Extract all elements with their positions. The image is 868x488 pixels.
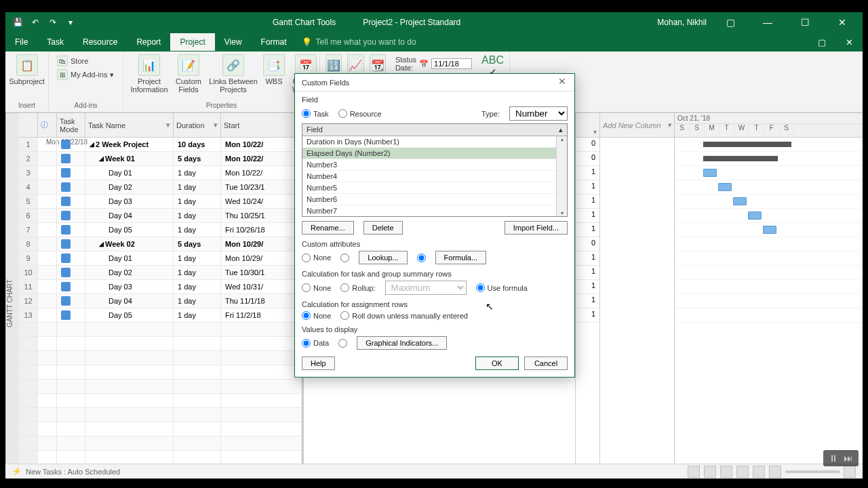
- field-list-item[interactable]: Elapsed Days (Number2): [302, 148, 567, 159]
- table-row[interactable]: 6 Day 04 1 day Thu 10/25/1: [19, 209, 302, 223]
- col-header-mode[interactable]: Task Mode: [57, 113, 85, 137]
- task-mode-icon: [61, 168, 71, 178]
- data-radio[interactable]: Data: [302, 339, 329, 348]
- field-list-item[interactable]: Number3: [302, 159, 567, 171]
- redo-icon[interactable]: ↷: [47, 17, 58, 28]
- qat-more-icon[interactable]: ▾: [65, 17, 76, 28]
- task-grid[interactable]: ⓘ Task Mode Task Name▾ Duration▾ Start 1…: [19, 113, 304, 464]
- task-radio[interactable]: Task: [302, 109, 329, 118]
- status-date-field[interactable]: Status Date: 📅: [391, 54, 476, 73]
- table-row[interactable]: 7 Day 05 1 day Fri 10/26/18: [19, 223, 302, 237]
- ribbon-options-icon[interactable]: ▢: [717, 12, 744, 33]
- ribbon-tabs: FileTaskResourceReportProjectViewFormat …: [5, 33, 863, 52]
- table-row[interactable]: 3 Day 01 1 day Mon 10/22/: [19, 166, 302, 180]
- close-window-icon[interactable]: ✕: [829, 12, 856, 33]
- assign-none-radio[interactable]: None: [302, 311, 331, 320]
- status-date-input[interactable]: [431, 58, 472, 69]
- links-between-projects-button[interactable]: 🔗Links Between Projects: [208, 54, 259, 102]
- table-row[interactable]: 4 Day 02 1 day Tue 10/23/1: [19, 180, 302, 195]
- formula-button[interactable]: Formula...: [435, 251, 487, 264]
- table-row[interactable]: 5 Day 03 1 day Wed 10/24/: [19, 195, 302, 209]
- field-list-item[interactable]: Number5: [302, 182, 567, 194]
- view-tab-gantt[interactable]: GANTT CHART: [5, 113, 19, 464]
- zoom-in-icon[interactable]: [844, 466, 856, 478]
- col-header-name[interactable]: Task Name▾: [85, 113, 174, 137]
- rename-button[interactable]: Rename...: [302, 221, 354, 235]
- attr-none-radio[interactable]: None: [302, 253, 331, 262]
- table-row[interactable]: 9 Day 01 1 day Mon 10/29/: [19, 251, 302, 266]
- my-addins-button[interactable]: ⊞My Add-ins ▾: [54, 68, 117, 81]
- col-header-duration[interactable]: Duration▾: [174, 113, 221, 137]
- import-field-button[interactable]: Import Field...: [505, 221, 568, 235]
- zoom-slider[interactable]: [785, 470, 840, 473]
- calc-none-radio[interactable]: None: [302, 283, 331, 292]
- table-row[interactable]: 12 Day 04 1 day Thu 11/1/18: [19, 294, 302, 308]
- tell-me-search[interactable]: 💡 Tell me what you want to do: [296, 37, 808, 47]
- field-list-item[interactable]: Number7: [302, 205, 567, 216]
- menu-tab-resource[interactable]: Resource: [73, 33, 127, 51]
- field-list[interactable]: Field▴ Duration in Days (Number1)Elapsed…: [302, 123, 568, 217]
- project-information-button[interactable]: 📊Project Information: [129, 54, 170, 102]
- maximize-icon[interactable]: ☐: [791, 12, 818, 33]
- type-label: Type:: [481, 110, 500, 118]
- add-new-column[interactable]: Add New Column▾: [599, 113, 674, 464]
- assign-rolldown-radio[interactable]: Roll down unless manually entered: [340, 311, 468, 320]
- lookup-button[interactable]: Lookup...: [359, 251, 407, 264]
- undo-icon[interactable]: ↶: [30, 17, 41, 28]
- minimize-icon[interactable]: —: [754, 12, 781, 33]
- dialog-close-icon[interactable]: ✕: [555, 76, 569, 89]
- menu-tab-task[interactable]: Task: [37, 33, 73, 51]
- task-mode-icon: [61, 239, 71, 249]
- cancel-button[interactable]: Cancel: [524, 357, 568, 370]
- calendar-icon: 📅: [419, 60, 429, 68]
- type-select[interactable]: Number: [509, 106, 568, 121]
- gantt-chart[interactable]: Oct 21, '18 SSMTWTFS: [674, 113, 863, 464]
- view-task-usage-icon[interactable]: [704, 466, 716, 478]
- delete-button[interactable]: Delete: [363, 221, 403, 235]
- table-row[interactable]: 8 ◢Week 02 5 days Mon 10/29/: [19, 237, 302, 251]
- use-formula-radio[interactable]: Use formula: [476, 283, 528, 292]
- subproject-button[interactable]: 📋 Subproject: [11, 54, 43, 85]
- menu-tab-view[interactable]: View: [215, 33, 252, 51]
- play-pause-icon[interactable]: ⏸: [829, 453, 838, 464]
- field-list-item[interactable]: Duration in Days (Number1): [302, 136, 567, 148]
- table-row[interactable]: 1 ◢2 Week Project 10 days Mon 10/22/: [19, 138, 302, 152]
- task-mode-icon: [61, 268, 71, 277]
- col-header-info[interactable]: ⓘ: [38, 113, 57, 137]
- menu-tab-file[interactable]: File: [5, 33, 37, 51]
- field-list-item[interactable]: Number4: [302, 171, 567, 182]
- view-team-planner-icon[interactable]: [720, 466, 732, 478]
- save-icon[interactable]: 💾: [12, 17, 23, 28]
- task-mode-icon: [61, 296, 71, 306]
- close-subwindow-icon[interactable]: ✕: [835, 33, 863, 52]
- wbs-button[interactable]: 📑WBS: [263, 54, 285, 102]
- col-header-start[interactable]: Start: [221, 113, 302, 137]
- task-mode-icon: [61, 225, 71, 235]
- store-button[interactable]: 🛍Store: [54, 54, 117, 68]
- table-row[interactable]: 10 Day 02 1 day Tue 10/30/1: [19, 266, 302, 280]
- table-row[interactable]: 13 Day 05 1 day Fri 11/2/18: [19, 308, 302, 323]
- view-resource-sheet-icon[interactable]: [736, 466, 749, 478]
- field-list-item[interactable]: Number6: [302, 194, 567, 205]
- calc-rollup-radio[interactable]: Rollup:: [340, 283, 375, 292]
- view-gantt-icon[interactable]: [688, 466, 700, 478]
- graphical-indicators-button[interactable]: Graphical Indicators...: [357, 336, 447, 350]
- chevron-up-icon[interactable]: ▴: [559, 125, 563, 134]
- menu-tab-report[interactable]: Report: [127, 33, 170, 51]
- resource-radio[interactable]: Resource: [338, 109, 382, 118]
- zoom-out-icon[interactable]: [769, 466, 781, 478]
- next-icon[interactable]: ⏭: [844, 453, 853, 464]
- ok-button[interactable]: OK: [475, 357, 519, 370]
- custom-fields-button[interactable]: 📝Custom Fields: [174, 54, 203, 102]
- menu-tab-project[interactable]: Project: [170, 33, 214, 51]
- attr-lookup-radio[interactable]: [340, 253, 349, 262]
- scrollbar[interactable]: ▴▾: [556, 136, 567, 216]
- view-report-icon[interactable]: [753, 466, 765, 478]
- menu-tab-format[interactable]: Format: [252, 33, 296, 51]
- restore-window-icon[interactable]: ▢: [808, 33, 835, 52]
- table-row[interactable]: 11 Day 03 1 day Wed 10/31/: [19, 280, 302, 294]
- graphical-radio[interactable]: [338, 339, 347, 348]
- help-button[interactable]: Help: [302, 357, 335, 370]
- table-row[interactable]: 2 ◢Week 01 5 days Mon 10/22/: [19, 152, 302, 166]
- attr-formula-radio[interactable]: [417, 253, 426, 262]
